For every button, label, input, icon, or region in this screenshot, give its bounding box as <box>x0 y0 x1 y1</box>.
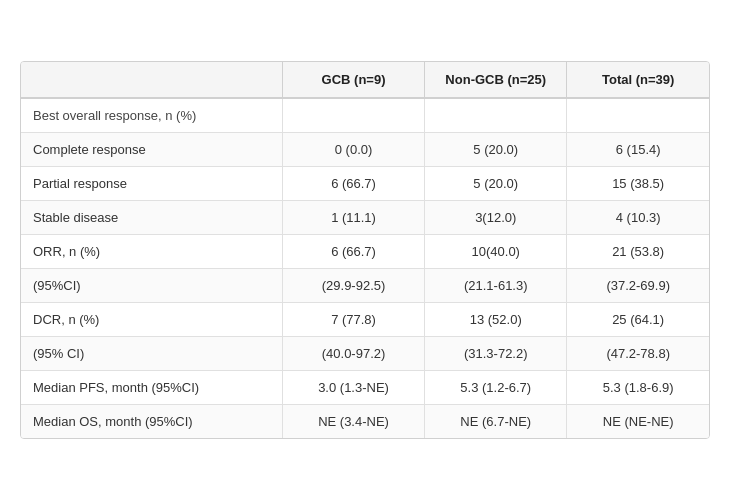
row-value: 5.3 (1.8-6.9) <box>567 371 709 405</box>
row-label: Median PFS, month (95%CI) <box>21 371 282 405</box>
table-row: Stable disease1 (11.1)3(12.0)4 (10.3) <box>21 201 709 235</box>
row-value: 6 (15.4) <box>567 133 709 167</box>
table-row: Median PFS, month (95%CI)3.0 (1.3-NE)5.3… <box>21 371 709 405</box>
col-nongcb-header: Non-GCB (n=25) <box>425 62 567 98</box>
row-label: (95%CI) <box>21 269 282 303</box>
row-value <box>425 98 567 133</box>
row-value: 5 (20.0) <box>425 133 567 167</box>
table-header-row: GCB (n=9) Non-GCB (n=25) Total (n=39) <box>21 62 709 98</box>
results-table: GCB (n=9) Non-GCB (n=25) Total (n=39) Be… <box>21 62 709 438</box>
table-row: Partial response6 (66.7)5 (20.0)15 (38.5… <box>21 167 709 201</box>
row-value: (29.9-92.5) <box>282 269 424 303</box>
row-value: (40.0-97.2) <box>282 337 424 371</box>
row-value: 7 (77.8) <box>282 303 424 337</box>
row-value: 5.3 (1.2-6.7) <box>425 371 567 405</box>
row-value: 3(12.0) <box>425 201 567 235</box>
table-row: DCR, n (%)7 (77.8)13 (52.0)25 (64.1) <box>21 303 709 337</box>
row-value: 15 (38.5) <box>567 167 709 201</box>
row-value: 6 (66.7) <box>282 167 424 201</box>
table-row: Best overall response, n (%) <box>21 98 709 133</box>
table-row: (95% CI)(40.0-97.2)(31.3-72.2)(47.2-78.8… <box>21 337 709 371</box>
row-value: NE (3.4-NE) <box>282 405 424 439</box>
table-row: Median OS, month (95%CI)NE (3.4-NE)NE (6… <box>21 405 709 439</box>
row-value: 6 (66.7) <box>282 235 424 269</box>
row-value: 10(40.0) <box>425 235 567 269</box>
row-value: (21.1-61.3) <box>425 269 567 303</box>
row-value: 25 (64.1) <box>567 303 709 337</box>
row-value: NE (6.7-NE) <box>425 405 567 439</box>
row-label: (95% CI) <box>21 337 282 371</box>
row-value: (37.2-69.9) <box>567 269 709 303</box>
row-value: 0 (0.0) <box>282 133 424 167</box>
row-value: 21 (53.8) <box>567 235 709 269</box>
table-row: Complete response0 (0.0)5 (20.0)6 (15.4) <box>21 133 709 167</box>
row-value: 3.0 (1.3-NE) <box>282 371 424 405</box>
row-value: 13 (52.0) <box>425 303 567 337</box>
row-label: Partial response <box>21 167 282 201</box>
row-label: Stable disease <box>21 201 282 235</box>
row-label: Median OS, month (95%CI) <box>21 405 282 439</box>
row-label: ORR, n (%) <box>21 235 282 269</box>
row-value: (47.2-78.8) <box>567 337 709 371</box>
table-row: ORR, n (%)6 (66.7)10(40.0)21 (53.8) <box>21 235 709 269</box>
row-label: Best overall response, n (%) <box>21 98 282 133</box>
row-value <box>567 98 709 133</box>
row-value <box>282 98 424 133</box>
row-label: DCR, n (%) <box>21 303 282 337</box>
col-label-header <box>21 62 282 98</box>
row-value: 1 (11.1) <box>282 201 424 235</box>
row-value: 4 (10.3) <box>567 201 709 235</box>
row-value: NE (NE-NE) <box>567 405 709 439</box>
row-value: 5 (20.0) <box>425 167 567 201</box>
col-gcb-header: GCB (n=9) <box>282 62 424 98</box>
data-table: GCB (n=9) Non-GCB (n=25) Total (n=39) Be… <box>20 61 710 439</box>
row-value: (31.3-72.2) <box>425 337 567 371</box>
col-total-header: Total (n=39) <box>567 62 709 98</box>
row-label: Complete response <box>21 133 282 167</box>
table-row: (95%CI)(29.9-92.5)(21.1-61.3)(37.2-69.9) <box>21 269 709 303</box>
